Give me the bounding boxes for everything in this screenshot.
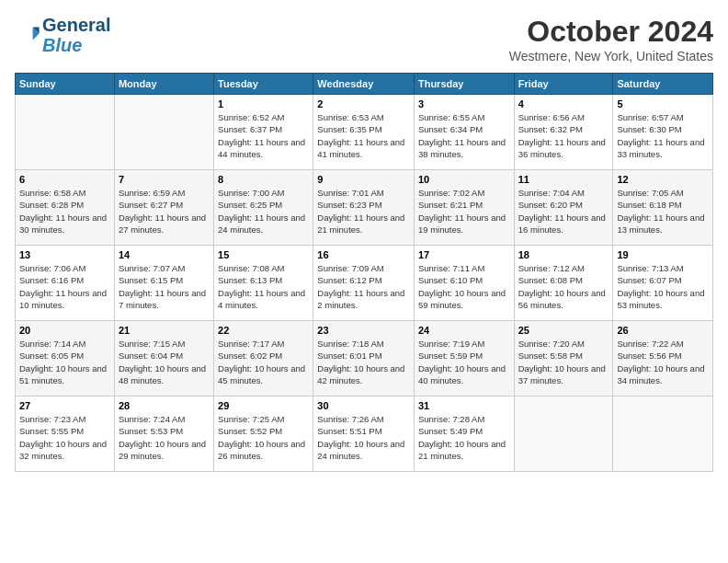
calendar-header: General Blue October 2024 Westmere, New … [15,15,713,63]
calendar-table: Sunday Monday Tuesday Wednesday Thursday… [15,73,713,472]
table-row: 1Sunrise: 6:52 AM Sunset: 6:37 PM Daylig… [214,95,313,170]
day-number: 7 [119,174,210,185]
table-row [16,95,115,170]
day-number: 11 [518,174,609,185]
day-info: Sunrise: 6:58 AM Sunset: 6:28 PM Dayligh… [19,187,110,236]
day-number: 23 [317,325,410,336]
day-number: 3 [418,98,510,109]
day-info: Sunrise: 7:06 AM Sunset: 6:16 PM Dayligh… [19,262,110,311]
day-number: 26 [617,325,709,336]
day-number: 19 [617,249,709,260]
table-row: 18Sunrise: 7:12 AM Sunset: 6:08 PM Dayli… [514,246,613,321]
day-info: Sunrise: 7:12 AM Sunset: 6:08 PM Dayligh… [518,262,609,311]
table-row [613,396,713,472]
day-info: Sunrise: 7:18 AM Sunset: 6:01 PM Dayligh… [317,338,410,386]
day-number: 9 [317,174,410,185]
table-row: 13Sunrise: 7:06 AM Sunset: 6:16 PM Dayli… [16,246,115,321]
day-info: Sunrise: 7:01 AM Sunset: 6:23 PM Dayligh… [317,187,410,236]
table-row [514,396,613,472]
day-number: 16 [317,249,410,260]
table-row: 4Sunrise: 6:56 AM Sunset: 6:32 PM Daylig… [514,95,613,170]
table-row: 3Sunrise: 6:55 AM Sunset: 6:34 PM Daylig… [414,95,514,170]
day-info: Sunrise: 6:52 AM Sunset: 6:37 PM Dayligh… [218,111,309,160]
table-row: 26Sunrise: 7:22 AM Sunset: 5:56 PM Dayli… [613,321,713,396]
weekday-header-row: Sunday Monday Tuesday Wednesday Thursday… [16,74,713,95]
calendar-container: General Blue October 2024 Westmere, New … [0,0,728,481]
logo-line1: General [42,15,110,35]
table-row: 28Sunrise: 7:24 AM Sunset: 5:53 PM Dayli… [114,396,213,472]
table-row: 7Sunrise: 6:59 AM Sunset: 6:27 PM Daylig… [114,170,213,246]
day-info: Sunrise: 7:22 AM Sunset: 5:56 PM Dayligh… [617,338,709,386]
day-info: Sunrise: 7:04 AM Sunset: 6:20 PM Dayligh… [518,187,609,236]
day-number: 21 [119,325,210,336]
day-number: 1 [218,98,309,109]
table-row: 9Sunrise: 7:01 AM Sunset: 6:23 PM Daylig… [313,170,415,246]
day-info: Sunrise: 7:02 AM Sunset: 6:21 PM Dayligh… [418,187,510,236]
calendar-week-row: 6Sunrise: 6:58 AM Sunset: 6:28 PM Daylig… [16,170,713,246]
day-number: 29 [218,400,309,411]
day-info: Sunrise: 7:05 AM Sunset: 6:18 PM Dayligh… [617,187,709,236]
day-info: Sunrise: 7:15 AM Sunset: 6:04 PM Dayligh… [119,338,210,386]
day-info: Sunrise: 7:26 AM Sunset: 5:51 PM Dayligh… [317,413,410,462]
day-number: 25 [518,325,609,336]
table-row: 15Sunrise: 7:08 AM Sunset: 6:13 PM Dayli… [214,246,313,321]
day-info: Sunrise: 7:14 AM Sunset: 6:05 PM Dayligh… [19,338,110,386]
day-info: Sunrise: 7:13 AM Sunset: 6:07 PM Dayligh… [617,262,709,311]
table-row: 14Sunrise: 7:07 AM Sunset: 6:15 PM Dayli… [114,246,213,321]
weekday-wednesday: Wednesday [313,74,415,95]
day-number: 14 [119,249,210,260]
day-info: Sunrise: 7:28 AM Sunset: 5:49 PM Dayligh… [418,413,510,462]
logo: General Blue [15,15,110,55]
table-row: 27Sunrise: 7:23 AM Sunset: 5:55 PM Dayli… [16,396,115,472]
day-number: 18 [518,249,609,260]
title-area: October 2024 Westmere, New York, United … [509,15,713,63]
table-row [114,95,213,170]
calendar-body: 1Sunrise: 6:52 AM Sunset: 6:37 PM Daylig… [16,95,713,472]
day-number: 30 [317,400,410,411]
table-row: 22Sunrise: 7:17 AM Sunset: 6:02 PM Dayli… [214,321,313,396]
day-number: 24 [418,325,510,336]
day-number: 17 [418,249,510,260]
day-number: 6 [19,174,110,185]
day-info: Sunrise: 7:19 AM Sunset: 5:59 PM Dayligh… [418,338,510,386]
day-number: 10 [418,174,510,185]
table-row: 30Sunrise: 7:26 AM Sunset: 5:51 PM Dayli… [313,396,415,472]
table-row: 20Sunrise: 7:14 AM Sunset: 6:05 PM Dayli… [16,321,115,396]
day-info: Sunrise: 7:23 AM Sunset: 5:55 PM Dayligh… [19,413,110,462]
day-info: Sunrise: 7:08 AM Sunset: 6:13 PM Dayligh… [218,262,309,311]
day-number: 2 [317,98,410,109]
calendar-thead: Sunday Monday Tuesday Wednesday Thursday… [16,74,713,95]
day-info: Sunrise: 7:24 AM Sunset: 5:53 PM Dayligh… [119,413,210,462]
calendar-week-row: 20Sunrise: 7:14 AM Sunset: 6:05 PM Dayli… [16,321,713,396]
weekday-friday: Friday [514,74,613,95]
day-number: 20 [19,325,110,336]
day-info: Sunrise: 7:20 AM Sunset: 5:58 PM Dayligh… [518,338,609,386]
day-info: Sunrise: 7:25 AM Sunset: 5:52 PM Dayligh… [218,413,309,462]
table-row: 12Sunrise: 7:05 AM Sunset: 6:18 PM Dayli… [613,170,713,246]
table-row: 6Sunrise: 6:58 AM Sunset: 6:28 PM Daylig… [16,170,115,246]
day-number: 12 [617,174,709,185]
weekday-tuesday: Tuesday [214,74,313,95]
weekday-saturday: Saturday [613,74,713,95]
calendar-week-row: 13Sunrise: 7:06 AM Sunset: 6:16 PM Dayli… [16,246,713,321]
table-row: 25Sunrise: 7:20 AM Sunset: 5:58 PM Dayli… [514,321,613,396]
day-info: Sunrise: 6:53 AM Sunset: 6:35 PM Dayligh… [317,111,410,160]
month-title: October 2024 [509,15,713,49]
weekday-monday: Monday [114,74,213,95]
day-info: Sunrise: 6:56 AM Sunset: 6:32 PM Dayligh… [518,111,609,160]
table-row: 11Sunrise: 7:04 AM Sunset: 6:20 PM Dayli… [514,170,613,246]
table-row: 10Sunrise: 7:02 AM Sunset: 6:21 PM Dayli… [414,170,514,246]
day-number: 27 [19,400,110,411]
table-row: 8Sunrise: 7:00 AM Sunset: 6:25 PM Daylig… [214,170,313,246]
day-info: Sunrise: 6:55 AM Sunset: 6:34 PM Dayligh… [418,111,510,160]
logo-line2: Blue [42,35,82,55]
day-info: Sunrise: 7:11 AM Sunset: 6:10 PM Dayligh… [418,262,510,311]
day-number: 15 [218,249,309,260]
logo-icon [15,22,40,48]
day-number: 28 [119,400,210,411]
calendar-week-row: 1Sunrise: 6:52 AM Sunset: 6:37 PM Daylig… [16,95,713,170]
table-row: 5Sunrise: 6:57 AM Sunset: 6:30 PM Daylig… [613,95,713,170]
location: Westmere, New York, United States [509,49,713,63]
table-row: 24Sunrise: 7:19 AM Sunset: 5:59 PM Dayli… [414,321,514,396]
calendar-week-row: 27Sunrise: 7:23 AM Sunset: 5:55 PM Dayli… [16,396,713,472]
